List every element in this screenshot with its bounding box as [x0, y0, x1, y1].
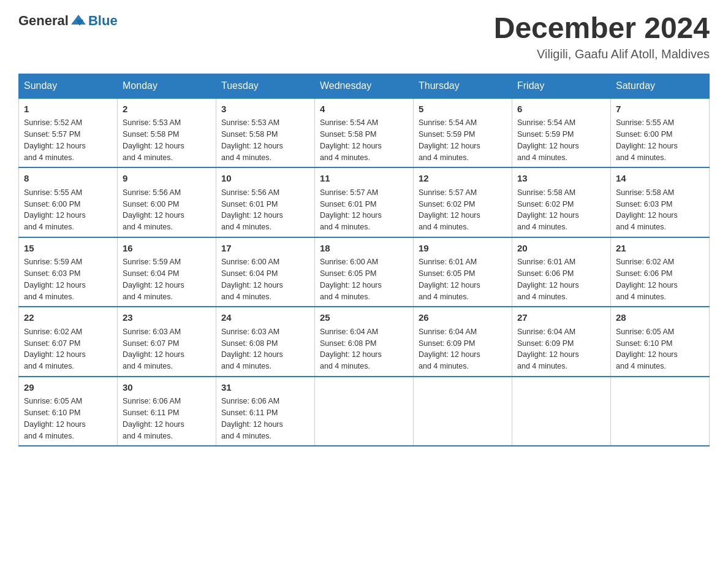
day-info: Sunrise: 6:03 AM Sunset: 6:07 PM Dayligh…	[123, 326, 211, 372]
day-info: Sunrise: 6:01 AM Sunset: 6:05 PM Dayligh…	[419, 256, 507, 302]
logo-text-blue: Blue	[88, 13, 118, 29]
day-header-friday: Friday	[512, 74, 611, 98]
day-number: 2	[123, 102, 211, 117]
calendar-cell: 20 Sunrise: 6:01 AM Sunset: 6:06 PM Dayl…	[512, 237, 611, 307]
day-header-tuesday: Tuesday	[216, 74, 315, 98]
day-number: 21	[616, 242, 704, 256]
day-number: 11	[320, 172, 408, 186]
day-info: Sunrise: 6:05 AM Sunset: 6:10 PM Dayligh…	[24, 396, 112, 442]
day-info: Sunrise: 6:00 AM Sunset: 6:05 PM Dayligh…	[320, 256, 408, 302]
day-header-wednesday: Wednesday	[315, 74, 414, 98]
calendar-cell: 10 Sunrise: 5:56 AM Sunset: 6:01 PM Dayl…	[216, 167, 315, 237]
day-info: Sunrise: 5:54 AM Sunset: 5:58 PM Dayligh…	[320, 117, 408, 163]
calendar-week-row: 15 Sunrise: 5:59 AM Sunset: 6:03 PM Dayl…	[19, 237, 710, 307]
day-header-thursday: Thursday	[414, 74, 512, 98]
day-info: Sunrise: 5:54 AM Sunset: 5:59 PM Dayligh…	[517, 117, 605, 163]
day-info: Sunrise: 6:06 AM Sunset: 6:11 PM Dayligh…	[123, 396, 211, 442]
day-number: 22	[24, 311, 112, 325]
calendar-cell: 12 Sunrise: 5:57 AM Sunset: 6:02 PM Dayl…	[414, 167, 512, 237]
calendar-cell: 5 Sunrise: 5:54 AM Sunset: 5:59 PM Dayli…	[414, 98, 512, 168]
day-number: 30	[123, 381, 211, 395]
day-number: 29	[24, 381, 112, 395]
day-info: Sunrise: 6:02 AM Sunset: 6:07 PM Dayligh…	[24, 326, 112, 372]
day-info: Sunrise: 5:54 AM Sunset: 5:59 PM Dayligh…	[419, 117, 507, 163]
day-info: Sunrise: 5:57 AM Sunset: 6:01 PM Dayligh…	[320, 187, 408, 233]
day-number: 25	[320, 311, 408, 325]
day-number: 17	[221, 242, 309, 256]
day-number: 19	[419, 242, 507, 256]
logo-text-general: General	[18, 13, 69, 29]
day-number: 14	[616, 172, 704, 186]
day-info: Sunrise: 6:04 AM Sunset: 6:09 PM Dayligh…	[419, 326, 507, 372]
day-number: 1	[24, 102, 112, 117]
day-number: 20	[517, 242, 605, 256]
calendar-cell: 30 Sunrise: 6:06 AM Sunset: 6:11 PM Dayl…	[118, 377, 216, 446]
day-header-monday: Monday	[118, 74, 216, 98]
day-number: 3	[221, 102, 309, 117]
day-header-sunday: Sunday	[19, 74, 118, 98]
calendar-week-row: 22 Sunrise: 6:02 AM Sunset: 6:07 PM Dayl…	[19, 307, 710, 377]
calendar-cell: 3 Sunrise: 5:53 AM Sunset: 5:58 PM Dayli…	[216, 98, 315, 168]
calendar-cell: 25 Sunrise: 6:04 AM Sunset: 6:08 PM Dayl…	[315, 307, 414, 377]
calendar-cell: 11 Sunrise: 5:57 AM Sunset: 6:01 PM Dayl…	[315, 167, 414, 237]
day-info: Sunrise: 5:57 AM Sunset: 6:02 PM Dayligh…	[419, 187, 507, 233]
day-number: 8	[24, 172, 112, 186]
calendar-cell: 19 Sunrise: 6:01 AM Sunset: 6:05 PM Dayl…	[414, 237, 512, 307]
day-number: 24	[221, 311, 309, 325]
calendar-cell: 2 Sunrise: 5:53 AM Sunset: 5:58 PM Dayli…	[118, 98, 216, 168]
day-number: 6	[517, 102, 605, 117]
calendar-week-row: 8 Sunrise: 5:55 AM Sunset: 6:00 PM Dayli…	[19, 167, 710, 237]
day-info: Sunrise: 5:52 AM Sunset: 5:57 PM Dayligh…	[24, 117, 112, 163]
location: Viligili, Gaafu Alif Atoll, Maldives	[494, 47, 710, 61]
day-info: Sunrise: 5:56 AM Sunset: 6:01 PM Dayligh…	[221, 187, 309, 233]
day-info: Sunrise: 5:55 AM Sunset: 6:00 PM Dayligh…	[24, 187, 112, 233]
calendar-cell	[315, 377, 414, 446]
day-number: 18	[320, 242, 408, 256]
day-info: Sunrise: 5:53 AM Sunset: 5:58 PM Dayligh…	[123, 117, 211, 163]
day-info: Sunrise: 6:02 AM Sunset: 6:06 PM Dayligh…	[616, 256, 704, 302]
day-info: Sunrise: 5:56 AM Sunset: 6:00 PM Dayligh…	[123, 187, 211, 233]
calendar-cell: 4 Sunrise: 5:54 AM Sunset: 5:58 PM Dayli…	[315, 98, 414, 168]
calendar-cell: 17 Sunrise: 6:00 AM Sunset: 6:04 PM Dayl…	[216, 237, 315, 307]
day-info: Sunrise: 5:59 AM Sunset: 6:04 PM Dayligh…	[123, 256, 211, 302]
calendar-header-row: SundayMondayTuesdayWednesdayThursdayFrid…	[19, 74, 710, 98]
day-number: 5	[419, 102, 507, 117]
calendar-cell: 28 Sunrise: 6:05 AM Sunset: 6:10 PM Dayl…	[611, 307, 710, 377]
day-number: 23	[123, 311, 211, 325]
calendar-cell: 22 Sunrise: 6:02 AM Sunset: 6:07 PM Dayl…	[19, 307, 118, 377]
day-number: 7	[616, 102, 704, 117]
day-header-saturday: Saturday	[611, 74, 710, 98]
day-info: Sunrise: 5:55 AM Sunset: 6:00 PM Dayligh…	[616, 117, 704, 163]
day-info: Sunrise: 5:53 AM Sunset: 5:58 PM Dayligh…	[221, 117, 309, 163]
calendar-cell: 9 Sunrise: 5:56 AM Sunset: 6:00 PM Dayli…	[118, 167, 216, 237]
day-number: 31	[221, 381, 309, 395]
logo: General Blue	[18, 12, 118, 29]
calendar-cell: 29 Sunrise: 6:05 AM Sunset: 6:10 PM Dayl…	[19, 377, 118, 446]
day-info: Sunrise: 6:00 AM Sunset: 6:04 PM Dayligh…	[221, 256, 309, 302]
day-info: Sunrise: 5:59 AM Sunset: 6:03 PM Dayligh…	[24, 256, 112, 302]
calendar-cell: 15 Sunrise: 5:59 AM Sunset: 6:03 PM Dayl…	[19, 237, 118, 307]
day-info: Sunrise: 6:04 AM Sunset: 6:08 PM Dayligh…	[320, 326, 408, 372]
day-info: Sunrise: 5:58 AM Sunset: 6:03 PM Dayligh…	[616, 187, 704, 233]
day-number: 9	[123, 172, 211, 186]
calendar-cell	[414, 377, 512, 446]
day-number: 13	[517, 172, 605, 186]
day-info: Sunrise: 6:04 AM Sunset: 6:09 PM Dayligh…	[517, 326, 605, 372]
calendar-cell: 21 Sunrise: 6:02 AM Sunset: 6:06 PM Dayl…	[611, 237, 710, 307]
month-title: December 2024	[494, 12, 710, 45]
day-info: Sunrise: 6:05 AM Sunset: 6:10 PM Dayligh…	[616, 326, 704, 372]
calendar-cell	[512, 377, 611, 446]
calendar-cell: 1 Sunrise: 5:52 AM Sunset: 5:57 PM Dayli…	[19, 98, 118, 168]
page-header: General Blue December 2024 Viligili, Gaa…	[18, 12, 710, 61]
calendar-week-row: 1 Sunrise: 5:52 AM Sunset: 5:57 PM Dayli…	[19, 98, 710, 168]
calendar-cell: 26 Sunrise: 6:04 AM Sunset: 6:09 PM Dayl…	[414, 307, 512, 377]
logo-icon	[70, 12, 87, 29]
calendar-cell: 31 Sunrise: 6:06 AM Sunset: 6:11 PM Dayl…	[216, 377, 315, 446]
calendar-cell: 16 Sunrise: 5:59 AM Sunset: 6:04 PM Dayl…	[118, 237, 216, 307]
calendar-week-row: 29 Sunrise: 6:05 AM Sunset: 6:10 PM Dayl…	[19, 377, 710, 446]
day-number: 12	[419, 172, 507, 186]
calendar-cell: 23 Sunrise: 6:03 AM Sunset: 6:07 PM Dayl…	[118, 307, 216, 377]
calendar-cell	[611, 377, 710, 446]
calendar-cell: 24 Sunrise: 6:03 AM Sunset: 6:08 PM Dayl…	[216, 307, 315, 377]
calendar-cell: 7 Sunrise: 5:55 AM Sunset: 6:00 PM Dayli…	[611, 98, 710, 168]
